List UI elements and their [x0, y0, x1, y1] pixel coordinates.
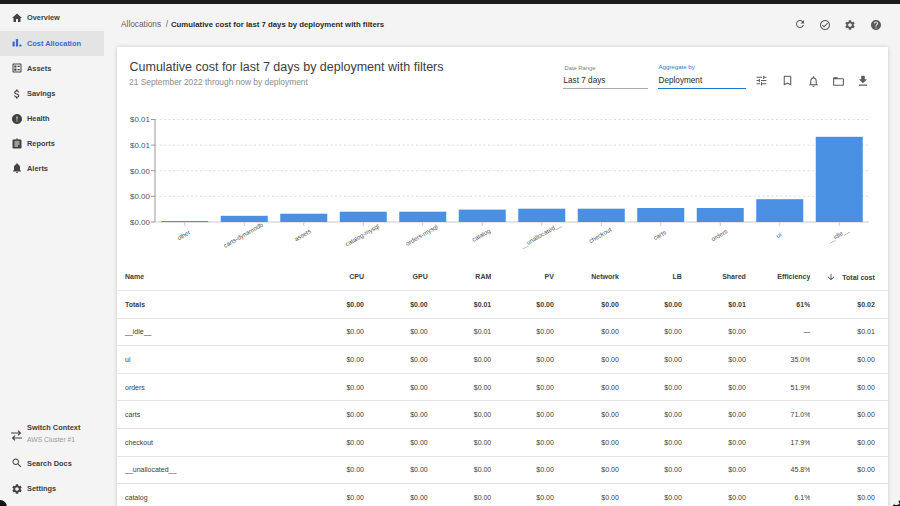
- svg-text:catalog-mysql: catalog-mysql: [344, 222, 381, 247]
- svg-text:catalog: catalog: [471, 227, 492, 243]
- svg-text:orders: orders: [710, 227, 729, 242]
- svg-text:__idle__: __idle__: [825, 226, 850, 245]
- svg-text:carts: carts: [652, 228, 667, 241]
- svg-text:$0.01: $0.01: [130, 115, 151, 124]
- svg-text:carts-dynamodb: carts-dynamodb: [222, 220, 264, 249]
- svg-text:$0.00: $0.00: [130, 192, 151, 201]
- svg-text:$0.00: $0.00: [130, 218, 151, 227]
- svg-text:checkout: checkout: [588, 225, 613, 244]
- svg-text:orders-mysql: orders-mysql: [404, 223, 438, 247]
- svg-text:$0.01: $0.01: [130, 141, 151, 150]
- svg-text:assets: assets: [293, 227, 312, 242]
- svg-text:__unallocated__: __unallocated__: [518, 220, 562, 250]
- svg-text:$0.00: $0.00: [130, 167, 151, 176]
- svg-text:other: other: [176, 228, 192, 241]
- svg-text:ui: ui: [775, 231, 783, 239]
